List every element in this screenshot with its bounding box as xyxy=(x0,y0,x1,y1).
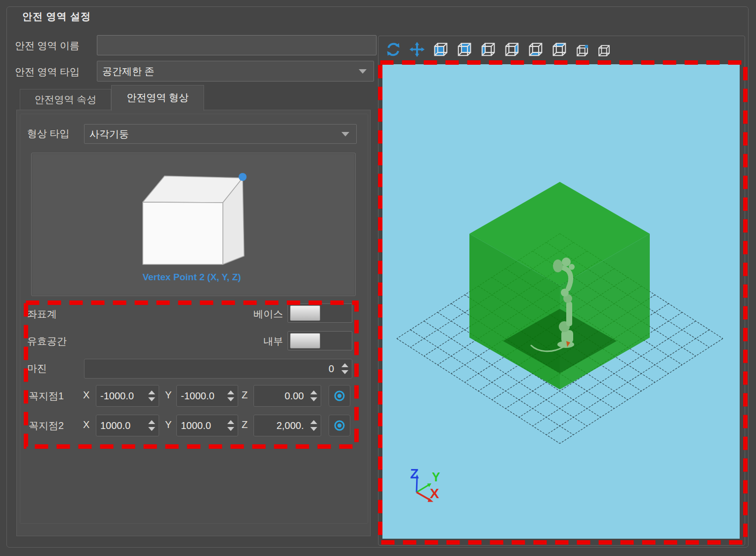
spin-up-icon[interactable] xyxy=(148,390,155,394)
coordinate-system-label: 좌표계 xyxy=(27,307,57,321)
vertex1-y-label: Y xyxy=(165,389,171,401)
vertex2-y-input[interactable]: 1000.0 xyxy=(176,415,238,436)
spin-up-icon[interactable] xyxy=(227,390,234,394)
safety-zone-dialog: 안전 영역 설정 안전 영역 이름 안전 영역 타입 공간제한 존 안전영역 속… xyxy=(0,0,756,556)
view-isometric-icon[interactable] xyxy=(575,41,589,59)
zone-type-value: 공간제한 존 xyxy=(102,65,155,78)
chevron-down-icon xyxy=(341,132,349,136)
coordinate-system-toggle[interactable] xyxy=(288,303,352,323)
vertex2-x-value: 1000.0 xyxy=(100,420,130,431)
spin-down-icon[interactable] xyxy=(148,427,155,431)
coordinate-system-value: 베이스 xyxy=(217,307,283,321)
spin-down-icon[interactable] xyxy=(148,397,155,401)
valid-space-toggle[interactable] xyxy=(288,331,352,350)
spin-up-icon[interactable] xyxy=(310,420,317,424)
shape-type-value: 사각기둥 xyxy=(89,128,129,141)
toggle-knob xyxy=(290,333,320,348)
vertex1-z-label: Z xyxy=(242,389,248,401)
view-bottom-icon[interactable] xyxy=(527,41,544,58)
zone-type-label: 안전 영역 타입 xyxy=(15,65,80,79)
view-front-icon[interactable] xyxy=(432,41,449,58)
chevron-down-icon xyxy=(359,69,367,74)
spin-down-icon[interactable] xyxy=(227,427,234,431)
vertex2-z-value: 2,000. xyxy=(276,420,304,431)
view-left-icon[interactable] xyxy=(480,41,497,58)
vertex1-y-input[interactable]: -1000.0 xyxy=(176,385,238,407)
shape-type-dropdown[interactable]: 사각기둥 xyxy=(84,124,357,144)
vertex1-x-label: X xyxy=(83,389,89,401)
spin-down-icon[interactable] xyxy=(310,427,317,431)
margin-value: 0 xyxy=(329,363,334,375)
vertex1-pick-point-button[interactable] xyxy=(329,385,350,407)
pan-view-icon[interactable] xyxy=(409,41,425,58)
valid-space-value: 내부 xyxy=(217,335,283,348)
viewport-3d[interactable]: Z Y X xyxy=(382,64,740,539)
zone-name-input[interactable] xyxy=(97,35,377,55)
view-perspective-icon[interactable] xyxy=(596,41,611,59)
vertex1-x-value: -1000.0 xyxy=(100,390,134,402)
zone-name-label: 안전 영역 이름 xyxy=(15,39,80,52)
axis-y-label: Y xyxy=(432,470,440,484)
spin-up-icon[interactable] xyxy=(148,420,155,424)
valid-space-label: 유효공간 xyxy=(27,335,67,348)
spin-down-icon[interactable] xyxy=(227,397,234,401)
view-back-icon[interactable] xyxy=(456,41,473,58)
vertex-point-marker xyxy=(239,173,247,181)
vertex1-z-input[interactable]: 0.00 xyxy=(253,385,321,407)
view-right-icon[interactable] xyxy=(504,41,520,58)
vertex2-z-input[interactable]: 2,000. xyxy=(253,415,321,436)
spin-up-icon[interactable] xyxy=(227,420,234,424)
zone-type-dropdown[interactable]: 공간제한 존 xyxy=(97,61,374,82)
target-icon xyxy=(333,389,346,402)
shape-type-label: 형상 타입 xyxy=(27,127,70,140)
spin-down-icon[interactable] xyxy=(310,397,317,401)
axis-x-label: X xyxy=(430,486,439,501)
preview-caption: Vertex Point 2 (X, Y, Z) xyxy=(118,272,266,283)
vertex1-z-value: 0.00 xyxy=(285,390,304,402)
spin-up-icon[interactable] xyxy=(341,363,348,367)
vertex1-y-value: -1000.0 xyxy=(181,390,214,402)
margin-spinbox[interactable]: 0 xyxy=(84,359,352,379)
rotate-view-icon[interactable] xyxy=(385,41,402,58)
tab-zone-shape[interactable]: 안전영역 형상 xyxy=(111,85,204,111)
view-top-icon[interactable] xyxy=(551,41,568,58)
page-title: 안전 영역 설정 xyxy=(22,10,91,23)
viewport-toolbar xyxy=(385,41,611,59)
vertex1-label: 꼭지점1 xyxy=(29,389,64,403)
vertex2-x-input[interactable]: 1000.0 xyxy=(96,415,159,436)
spin-down-icon[interactable] xyxy=(341,370,348,374)
vertex2-y-value: 1000.0 xyxy=(181,420,211,431)
vertex2-y-label: Y xyxy=(165,419,171,430)
vertex2-pick-point-button[interactable] xyxy=(329,415,350,436)
toggle-knob xyxy=(290,305,320,321)
target-icon xyxy=(333,419,346,432)
margin-label: 마진 xyxy=(27,362,47,375)
vertex1-x-input[interactable]: -1000.0 xyxy=(96,385,159,407)
axis-z-label: Z xyxy=(410,466,419,481)
vertex2-x-label: X xyxy=(83,419,89,430)
vertex2-z-label: Z xyxy=(242,419,248,430)
tab-zone-properties[interactable]: 안전영역 속성 xyxy=(20,89,111,110)
vertex2-label: 꼭지점2 xyxy=(29,419,64,432)
spin-up-icon[interactable] xyxy=(310,390,317,394)
